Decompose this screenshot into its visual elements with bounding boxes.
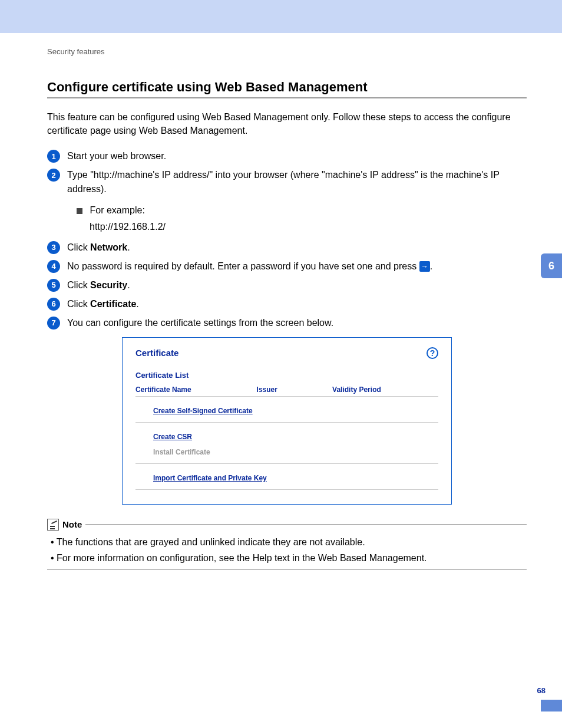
step-5-pre: Click [67,280,90,290]
step-6-post: . [136,299,138,309]
step-number-icon: 3 [47,241,60,254]
step-number-icon: 1 [47,150,60,163]
step-number-icon: 6 [47,298,60,311]
step-3-post: . [127,242,130,252]
breadcrumb: Security features [47,47,527,56]
step-4-pre: No password is required by default. Ente… [67,261,419,271]
step-4-text: No password is required by default. Ente… [67,259,527,274]
example-label: For example: [90,205,144,215]
install-certificate-disabled: Install Certificate [153,448,438,456]
note-block: Note The functions that are grayed and u… [47,519,527,570]
step-number-icon: 7 [47,317,60,330]
link-create-selfsigned[interactable]: Create Self-Signed Certificate [153,407,253,415]
title-underline [47,97,527,98]
step-5-post: . [127,280,130,290]
step-5-bold: Security [90,280,127,290]
step-4-post: . [430,261,432,271]
steps-list: 1 Start your web browser. 2 Type "http:/… [47,149,527,330]
step-3-pre: Click [67,242,90,252]
step-3: 3 Click Network. [47,241,527,255]
note-label: Note [62,519,82,529]
link-import-cert[interactable]: Import Certificate and Private Key [153,474,267,482]
step-7: 7 You can configure the certificate sett… [47,316,527,330]
step-2: 2 Type "http://machine's IP address/" in… [47,168,527,196]
corner-accent [541,700,562,711]
step-2-text: Type "http://machine's IP address/" into… [67,168,527,196]
link-create-csr[interactable]: Create CSR [153,433,192,441]
col-cert-name: Certificate Name [135,386,257,394]
page-title: Configure certificate using Web Based Ma… [47,80,527,95]
note-icon [47,519,59,531]
square-bullet-icon [77,208,82,214]
step-7-text: You can configure the certificate settin… [67,316,527,330]
certificate-columns: Certificate Name Issuer Validity Period [135,386,438,397]
certificate-panel: Certificate ? Certificate List Certifica… [122,337,452,505]
note-bullet-1: The functions that are grayed and unlink… [51,534,527,550]
step-2-example: For example: http://192.168.1.2/ [77,202,527,234]
step-4: 4 No password is required by default. En… [47,259,527,274]
note-bullet-2: For more information on configuration, s… [51,550,527,566]
step-5-text: Click Security. [67,278,527,292]
help-icon[interactable]: ? [427,347,438,359]
certificate-title: Certificate [135,348,178,358]
step-6-text: Click Certificate. [67,297,527,311]
col-validity: Validity Period [332,386,438,394]
intro-paragraph: This feature can be configured using Web… [47,110,527,137]
example-url: http://192.168.1.2/ [90,219,527,235]
col-issuer: Issuer [257,386,333,394]
arrow-right-icon: → [419,261,430,272]
step-1: 1 Start your web browser. [47,149,527,163]
step-3-text: Click Network. [67,241,527,255]
step-6: 6 Click Certificate. [47,297,527,311]
page-number: 68 [537,686,546,695]
top-band [0,0,562,33]
step-3-bold: Network [90,242,127,252]
certificate-list-title: Certificate List [135,371,438,380]
step-5: 5 Click Security. [47,278,527,292]
step-number-icon: 4 [47,260,60,273]
note-rule [85,524,527,525]
step-1-text: Start your web browser. [67,149,527,163]
step-6-pre: Click [67,299,90,309]
step-number-icon: 2 [47,169,60,182]
note-underline [47,569,527,570]
step-6-bold: Certificate [90,299,136,309]
step-number-icon: 5 [47,279,60,292]
